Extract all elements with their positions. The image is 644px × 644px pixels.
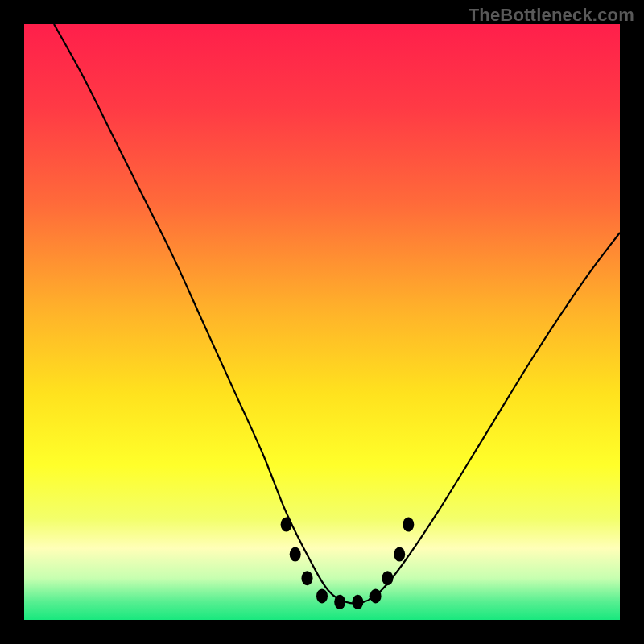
curve-svg: [24, 24, 620, 620]
watermark-text: TheBottleneck.com: [469, 5, 634, 26]
marker-dot: [302, 571, 313, 585]
marker-dot: [316, 588, 328, 603]
chart-frame: TheBottleneck.com: [0, 0, 644, 644]
marker-dot: [402, 518, 414, 532]
marker-dot: [290, 547, 301, 562]
marker-dot: [334, 595, 345, 609]
plot-area: [24, 24, 620, 620]
bottleneck-curve: [54, 24, 620, 604]
marker-dot: [281, 518, 292, 532]
marker-dot: [394, 547, 405, 562]
marker-dot: [352, 595, 363, 609]
curve-markers: [281, 518, 415, 609]
marker-dot: [370, 588, 382, 603]
marker-dot: [382, 571, 393, 585]
